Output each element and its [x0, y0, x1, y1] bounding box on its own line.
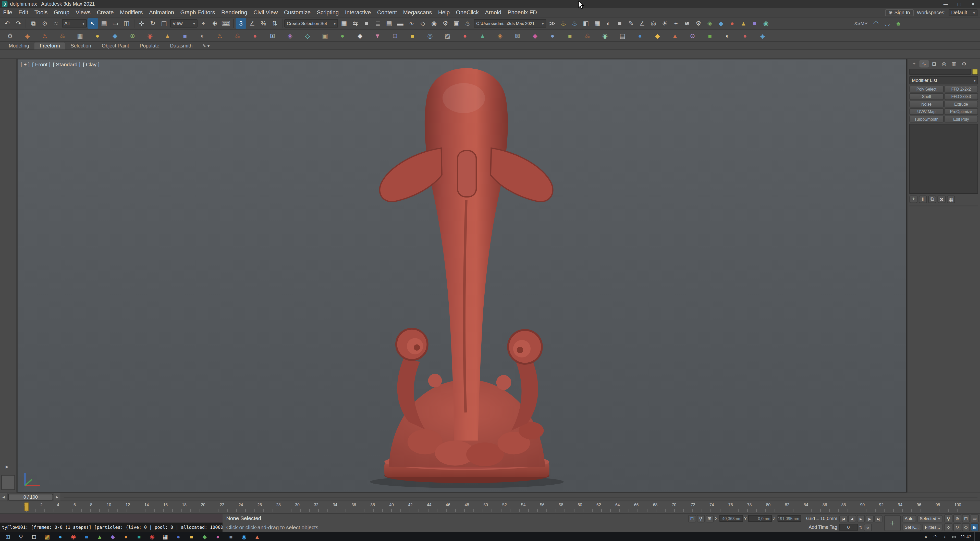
pan-icon[interactable]: ⊹ [944, 523, 953, 531]
plugin-toolbar-icon[interactable]: ▦ [75, 30, 85, 41]
angle-snap-icon[interactable]: ∠ [247, 18, 258, 29]
configure-modifier-sets-icon[interactable]: ▦ [947, 196, 955, 203]
plugin-toolbar-icon[interactable]: ▣ [320, 30, 330, 41]
plugin-toolbar-icon[interactable]: ● [250, 30, 260, 41]
schematic-view-icon[interactable]: ◇ [417, 18, 428, 29]
taskbar-app-icon[interactable]: ● [174, 533, 183, 541]
modifier-set-button[interactable]: Poly Select [909, 86, 943, 92]
menu-item[interactable]: Views [73, 10, 94, 16]
make-unique-icon[interactable]: ⧉ [928, 196, 936, 203]
plugin-toolbar-icon[interactable]: ♨ [582, 30, 592, 41]
dolphin-model[interactable] [370, 68, 564, 488]
zoom-icon[interactable]: ⚲ [944, 514, 953, 523]
plugin-toolbar-icon[interactable]: ◆ [530, 30, 540, 41]
zoom-all-icon[interactable]: ⊕ [953, 514, 961, 523]
plugin-toolbar-icon[interactable]: ● [547, 30, 557, 41]
plugin-toolbar-icon[interactable]: ▼ [372, 30, 383, 41]
slate-editor-icon[interactable]: ▦ [592, 18, 603, 29]
plugin-toolbar-icon[interactable]: ♨ [40, 30, 50, 41]
undo-icon[interactable]: ↶ [2, 18, 13, 29]
show-end-result-icon[interactable]: ‖ [919, 196, 927, 203]
plugin-toolbar-icon[interactable]: ⊞ [267, 30, 277, 41]
show-desktop-button[interactable] [974, 532, 976, 541]
next-frame-button[interactable]: |▶ [865, 515, 873, 522]
project-path-combo[interactable]: C:\Users\admi...\3ds Max 2021 [474, 19, 546, 27]
material-editor-icon[interactable]: ◉ [429, 18, 439, 29]
percent-snap-icon[interactable]: % [258, 18, 269, 29]
menu-item[interactable]: Customize [281, 10, 314, 16]
viewport-label-segment[interactable]: [ Clay ] [83, 61, 100, 67]
selection-lock-icon[interactable]: ⚲ [697, 515, 705, 522]
viewport-label-segment[interactable]: [ Front ] [32, 61, 51, 67]
add-time-tag-button[interactable]: Add Time Tag [808, 524, 837, 530]
key-mode-toggle-icon[interactable]: ⊙ [863, 523, 872, 531]
menu-item[interactable]: Megascans [400, 10, 435, 16]
key-filters-button[interactable]: Filters... [922, 523, 942, 531]
light-lister-icon[interactable]: ◐ [603, 18, 614, 29]
unlink-selection-icon[interactable]: ⊘ [39, 18, 50, 29]
plugin-toolbar-icon[interactable]: ⊙ [687, 30, 697, 41]
selection-filter-select[interactable]: All [62, 19, 87, 27]
selected-key-dropdown[interactable]: Selected [917, 515, 942, 522]
ribbon-tab[interactable]: Populate [135, 43, 165, 49]
window-cr crossing-toggle-icon[interactable]: ◫ [121, 18, 132, 29]
menu-item[interactable]: Arnold [482, 10, 504, 16]
plugin-toolbar-icon[interactable]: ◆ [355, 30, 365, 41]
taskbar-app-icon[interactable]: ■ [135, 533, 143, 541]
spinner-snap-icon[interactable]: ⇅ [269, 18, 280, 29]
arc-tool-icon[interactable]: ◠ [870, 18, 881, 29]
plugin-toolbar-icon[interactable]: ◈ [495, 30, 505, 41]
taskbar-app-icon[interactable]: ■ [188, 533, 196, 541]
taskbar-app-icon[interactable]: ▨ [43, 533, 51, 541]
close-button[interactable]: ✕ [966, 0, 980, 8]
script-editor-icon[interactable]: ✎ [625, 18, 636, 29]
coordinate-field[interactable]: 40,363mm [719, 515, 743, 522]
plugin-toolbar-icon[interactable]: ♨ [232, 30, 242, 41]
modifier-set-button[interactable]: Extrude [944, 100, 978, 107]
plugin-toolbar-icon[interactable]: ⊕ [127, 30, 138, 41]
timeline-ruler[interactable]: 0246810121416182022242628303234363840424… [0, 501, 980, 513]
modifier-set-button[interactable]: UVW Map [909, 108, 943, 115]
plugin-toolbar-icon[interactable]: ● [460, 30, 470, 41]
create-tab-icon[interactable]: + [909, 60, 919, 67]
taskbar-app-icon[interactable]: ■ [83, 533, 91, 541]
menu-item[interactable]: Modifiers [117, 10, 146, 16]
clock[interactable]: 11:47 [961, 535, 971, 539]
rectangular-selection-region-icon[interactable]: ▭ [110, 18, 121, 29]
minimize-button[interactable]: — [939, 0, 953, 8]
modifier-set-button[interactable]: Edit Poly [944, 116, 978, 123]
motion-tab-icon[interactable]: ◎ [939, 60, 949, 67]
menu-item[interactable]: Scripting [313, 10, 342, 16]
taskbar-app-icon[interactable]: ● [56, 533, 64, 541]
modifier-stack-list[interactable] [909, 124, 978, 194]
utilities-tab-icon[interactable]: ⚙ [959, 60, 969, 67]
current-frame-field[interactable]: 0 [839, 523, 858, 530]
tray-network-icon[interactable]: ◠ [932, 534, 939, 539]
maximize-button[interactable]: ▢ [953, 0, 966, 8]
snaps-toggle-icon[interactable]: 3 [235, 18, 246, 29]
remove-modifier-icon[interactable]: ✖ [937, 196, 945, 203]
ribbon-tab[interactable]: Modeling [4, 43, 34, 49]
tray-volume-icon[interactable]: ♪ [941, 535, 948, 539]
absolute-mode-icon[interactable]: ⊞ [705, 515, 714, 522]
menu-item[interactable]: Animation [146, 10, 177, 16]
plugin-toolbar-icon[interactable]: ● [740, 30, 750, 41]
play-button[interactable]: ▶ [856, 515, 865, 522]
object-color-swatch[interactable] [972, 68, 978, 75]
select-and-move-icon[interactable]: ⊹ [136, 18, 147, 29]
plugin-toolbar-icon[interactable]: ● [92, 30, 102, 41]
plugin-toolbar-icon[interactable]: ⊠ [512, 30, 522, 41]
redo-icon[interactable]: ↷ [13, 18, 24, 29]
ribbon-tab[interactable]: Datasmith [165, 43, 197, 49]
zoom-extents-icon[interactable]: ⊡ [962, 514, 970, 523]
camera-tool-icon[interactable]: ◎ [648, 18, 659, 29]
plugin-tool-icon-6[interactable]: ◉ [760, 18, 771, 29]
ribbon-tab[interactable]: Freeform [35, 43, 65, 49]
use-pivot-point-icon[interactable]: ⌖ [198, 18, 209, 29]
render-cloud-icon[interactable]: ♨ [570, 18, 580, 29]
plugin-toolbar-icon[interactable]: ◎ [425, 30, 435, 41]
select-and-manipulate-icon[interactable]: ⊕ [209, 18, 220, 29]
modifier-set-button[interactable]: Noise [909, 100, 943, 107]
menu-item[interactable]: File [0, 10, 15, 16]
taskbar-app-icon[interactable]: ▦ [161, 533, 169, 541]
